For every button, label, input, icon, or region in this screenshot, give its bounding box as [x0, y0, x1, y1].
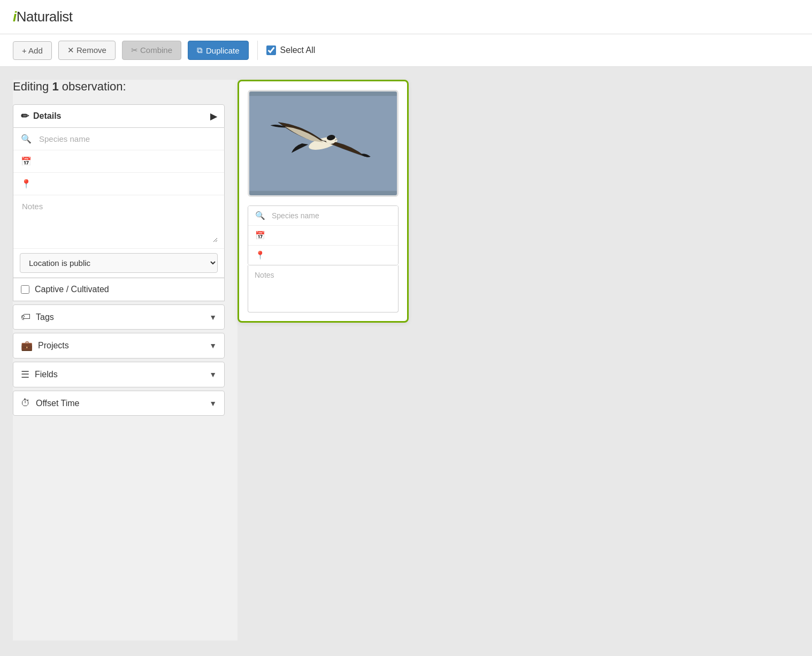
select-all-area: Select All [266, 45, 316, 55]
left-panel: Editing 1 observation: ✏ Details ▶ 🔍 📅 2… [13, 80, 238, 640]
header: iNaturalist [0, 0, 812, 34]
offset-time-section-inner: ⏱ Offset Time ▼ [13, 391, 224, 415]
editing-count: 1 [52, 80, 58, 93]
bird-illustration [249, 91, 397, 195]
logo-i: i [13, 9, 17, 25]
obs-notes-textarea[interactable] [255, 271, 392, 305]
list-icon: ☰ [21, 369, 29, 380]
details-section-header[interactable]: ✏ Details ▶ [13, 104, 225, 128]
location-pin-icon: 📍 [13, 179, 39, 189]
offset-time-inner-left: ⏱ Offset Time [21, 398, 80, 409]
location-visibility-row: Location is public Location is obscured … [13, 249, 224, 278]
projects-label: Projects [38, 341, 69, 350]
offset-time-section[interactable]: ⏱ Offset Time ▼ [13, 391, 225, 416]
obs-form-group: 🔍 📅 2024/11/15 4:35 PM 📍 Blackbuck Natio… [248, 205, 399, 265]
details-header-inner: ✏ Details [21, 110, 61, 122]
toolbar-divider [257, 41, 258, 60]
clock-icon: ⏱ [21, 398, 30, 409]
remove-button[interactable]: ✕ Remove [58, 41, 116, 60]
add-label: + Add [22, 46, 43, 55]
obs-species-input[interactable] [272, 206, 398, 225]
obs-location-pin-icon: 📍 [248, 250, 272, 260]
obs-location-input[interactable]: Blackbuck National Park, [272, 246, 398, 265]
briefcase-icon: 💼 [21, 340, 33, 352]
date-row: 📅 2024/11/15 4:35 PM [13, 150, 224, 173]
projects-inner-left: 💼 Projects [21, 340, 69, 352]
remove-label: ✕ Remove [67, 45, 106, 55]
projects-chevron-icon: ▼ [209, 341, 217, 350]
chevron-right-icon: ▶ [210, 111, 217, 121]
logo-text: Naturalist [17, 9, 73, 25]
toolbar: + Add ✕ Remove ✂ Combine ⧉ Duplicate Sel… [0, 34, 812, 67]
pencil-icon: ✏ [21, 110, 29, 122]
combine-label: ✂ Combine [131, 45, 172, 55]
captive-label[interactable]: Captive / Cultivated [35, 285, 109, 294]
tags-inner-left: 🏷 Tags [21, 311, 54, 323]
fields-chevron-icon: ▼ [209, 370, 217, 379]
right-panel: 🔍 📅 2024/11/15 4:35 PM 📍 Blackbuck Natio… [238, 80, 799, 640]
obs-notes-row [248, 265, 399, 312]
tag-icon: 🏷 [21, 311, 30, 323]
obs-species-row: 🔍 [248, 206, 398, 226]
notes-textarea[interactable] [20, 200, 218, 242]
observation-card: 🔍 📅 2024/11/15 4:35 PM 📍 Blackbuck Natio… [238, 80, 409, 323]
select-all-label[interactable]: Select All [280, 45, 316, 55]
obs-date-input[interactable]: 2024/11/15 4:35 PM [272, 226, 398, 245]
obs-date-row: 📅 2024/11/15 4:35 PM [248, 226, 398, 246]
combine-button[interactable]: ✂ Combine [122, 41, 181, 60]
duplicate-icon: ⧉ [197, 45, 203, 55]
main: Editing 1 observation: ✏ Details ▶ 🔍 📅 2… [0, 67, 812, 653]
obs-fields: 🔍 📅 2024/11/15 4:35 PM 📍 Blackbuck Natio… [248, 205, 399, 312]
tags-section-inner: 🏷 Tags ▼ [13, 305, 224, 329]
add-button[interactable]: + Add [13, 41, 52, 60]
species-row: 🔍 [13, 128, 224, 150]
calendar-icon: 📅 [13, 156, 39, 166]
editing-prefix: Editing [13, 80, 52, 93]
fields-label: Fields [35, 370, 58, 379]
fields-inner-left: ☰ Fields [21, 369, 58, 380]
obs-location-row: 📍 Blackbuck National Park, [248, 246, 398, 265]
species-input[interactable] [39, 128, 224, 150]
offset-time-chevron-icon: ▼ [209, 399, 217, 408]
captive-checkbox[interactable] [21, 285, 29, 294]
obs-calendar-icon: 📅 [248, 231, 272, 240]
select-all-checkbox[interactable] [266, 45, 276, 55]
details-form: 🔍 📅 2024/11/15 4:35 PM 📍 Blackbuck Natio… [13, 128, 225, 278]
projects-section-inner: 💼 Projects ▼ [13, 333, 224, 358]
editing-title: Editing 1 observation: [13, 80, 225, 94]
tags-section[interactable]: 🏷 Tags ▼ [13, 304, 225, 330]
fields-section-inner: ☰ Fields ▼ [13, 362, 224, 387]
location-input[interactable]: Blackbuck National Park, s [39, 173, 224, 195]
obs-search-icon: 🔍 [248, 211, 272, 220]
offset-time-label: Offset Time [36, 399, 80, 408]
editing-suffix: observation: [59, 80, 126, 93]
location-visibility-select[interactable]: Location is public Location is obscured … [20, 253, 218, 273]
date-input[interactable]: 2024/11/15 4:35 PM [39, 150, 224, 172]
search-icon: 🔍 [13, 134, 39, 144]
details-label: Details [33, 111, 61, 121]
location-row: 📍 Blackbuck National Park, s [13, 173, 224, 195]
duplicate-label: Duplicate [206, 46, 240, 55]
projects-section[interactable]: 💼 Projects ▼ [13, 333, 225, 358]
captive-row: Captive / Cultivated [13, 278, 225, 301]
logo: iNaturalist [13, 9, 73, 25]
observation-photo [248, 90, 399, 197]
notes-row [13, 195, 224, 249]
tags-chevron-icon: ▼ [209, 313, 217, 322]
fields-section[interactable]: ☰ Fields ▼ [13, 362, 225, 387]
duplicate-button[interactable]: ⧉ Duplicate [188, 41, 249, 60]
tags-label: Tags [36, 312, 54, 322]
